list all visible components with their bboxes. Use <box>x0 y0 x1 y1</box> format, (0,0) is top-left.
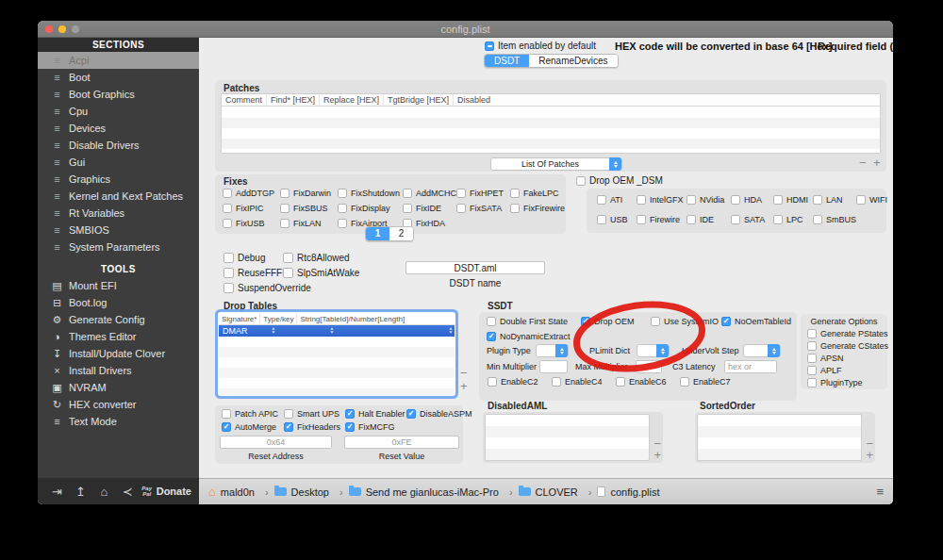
reset-value-field[interactable]: 0xFE <box>344 436 459 449</box>
sidebar-section-item[interactable]: ≡ Acpi <box>38 52 199 69</box>
device-checkbox[interactable]: SATA <box>731 215 773 224</box>
device-checkbox[interactable]: Firewire <box>637 215 687 224</box>
breadcrumb-item[interactable]: Desktop <box>274 486 349 498</box>
dsdt-flag-checkbox[interactable]: ReuseFFFF <box>223 268 283 278</box>
fix-checkbox[interactable]: FixShutdown <box>338 189 403 198</box>
menu-icon[interactable]: ≡ <box>876 486 884 498</box>
ssdt-checkbox[interactable]: Drop OEM <box>581 317 651 326</box>
fix-checkbox[interactable]: FixDarwin <box>280 189 338 198</box>
fix-checkbox[interactable]: FixUSB <box>223 219 280 228</box>
dsdt-flag-checkbox[interactable]: Debug <box>223 253 283 263</box>
list-of-patches-dropdown[interactable]: List Of Patches <box>490 157 622 171</box>
cell-stepper-icon[interactable] <box>272 327 275 334</box>
drop-tables-table[interactable]: Signature* Type/key String[TableId]/Numb… <box>219 313 455 395</box>
sidebar-section-item[interactable]: ≡ SMBIOS <box>38 222 199 239</box>
tab[interactable]: DSDT <box>485 55 529 67</box>
generate-option-checkbox[interactable]: APLF <box>807 366 888 375</box>
fix-checkbox[interactable]: FixSBUS <box>280 204 338 213</box>
drop-tables-remove-button[interactable]: − <box>460 368 468 379</box>
sidebar-section-item[interactable]: ≡ Graphics <box>38 171 199 188</box>
sidebar-section-item[interactable]: ≡ Cpu <box>38 103 199 120</box>
sidebar-tool-item[interactable]: ◑ Themes Editor <box>38 328 199 345</box>
device-checkbox[interactable]: SmBUS <box>813 215 856 224</box>
sidebar-tool-item[interactable]: ⚙ Generate Config <box>38 311 199 328</box>
sidebar-section-item[interactable]: ≡ Rt Variables <box>38 205 199 222</box>
disabled-aml-list[interactable]: − + <box>483 412 663 463</box>
zoom-window-button[interactable] <box>72 25 79 33</box>
device-checkbox[interactable]: NVidia <box>687 195 731 205</box>
breadcrumb-item[interactable]: ⌂ mald0n <box>208 486 274 498</box>
sidebar-tool-item[interactable]: ▤ Mount EFI <box>38 277 199 294</box>
apic-checkbox[interactable]: DisableASPM <box>406 409 472 419</box>
device-checkbox[interactable]: ATI <box>597 195 637 205</box>
reset-address-field[interactable]: 0x64 <box>220 436 332 449</box>
breadcrumb-item[interactable]: config.plist <box>597 486 659 498</box>
dsdt-flag-checkbox[interactable]: SlpSmiAtWake <box>283 268 384 278</box>
fix-checkbox[interactable]: FixFirewire <box>510 204 565 213</box>
sidebar-section-item[interactable]: ≡ Disable Drivers <box>38 137 199 154</box>
generate-option-checkbox[interactable]: Generate PStates <box>807 329 888 338</box>
sidebar-section-item[interactable]: ≡ Boot <box>38 69 199 86</box>
list-rows[interactable] <box>697 414 862 461</box>
drop-tables-body[interactable] <box>219 337 455 395</box>
apic-checkbox[interactable]: Halt Enabler <box>345 409 406 419</box>
apic-checkbox[interactable]: FixHeaders <box>284 422 345 432</box>
close-window-button[interactable] <box>45 25 53 33</box>
sidebar-tool-item[interactable]: ≡ Text Mode <box>38 413 199 430</box>
min-multiplier-field[interactable] <box>539 360 568 373</box>
fix-checkbox[interactable]: FakeLPC <box>510 189 565 198</box>
selected-table-row[interactable]: DMAR <box>219 325 455 337</box>
sidebar-tool-item[interactable]: ▣ NVRAM <box>38 379 199 396</box>
sorted-order-list[interactable]: − + <box>695 412 875 463</box>
page-button[interactable]: 1 <box>366 227 389 240</box>
fix-checkbox[interactable]: FixLAN <box>280 219 338 228</box>
fix-checkbox[interactable]: FixIPIC <box>223 204 280 213</box>
fix-checkbox[interactable]: FixHPET <box>456 189 510 198</box>
minimize-window-button[interactable] <box>58 25 66 33</box>
sidebar-section-item[interactable]: ≡ Devices <box>38 120 199 137</box>
sorted-order-add-button[interactable]: + <box>866 450 873 461</box>
export-icon[interactable]: ↥ <box>69 485 92 499</box>
device-checkbox[interactable]: LPC <box>773 215 813 224</box>
generate-option-checkbox[interactable]: PluginType <box>807 378 888 387</box>
sidebar-section-item[interactable]: ≡ Boot Graphics <box>38 86 199 103</box>
apic-checkbox[interactable]: AutoMerge <box>222 422 284 432</box>
generate-option-checkbox[interactable]: APSN <box>807 354 888 363</box>
apic-checkbox[interactable]: FixMCFG <box>345 422 395 432</box>
fix-checkbox[interactable]: AddDTGP <box>223 189 280 198</box>
sidebar-section-item[interactable]: ≡ Kernel and Kext Patches <box>38 188 199 205</box>
sidebar-tool-item[interactable]: × Install Drivers <box>38 362 199 379</box>
apic-checkbox[interactable]: Patch APIC <box>222 409 284 419</box>
cell-stepper-icon[interactable] <box>449 327 453 334</box>
generate-option-checkbox[interactable]: Generate CStates <box>807 341 888 351</box>
cstate-checkbox[interactable]: EnableC6 <box>616 377 680 387</box>
c3-latency-field[interactable]: hex or number <box>724 360 777 373</box>
cstate-checkbox[interactable]: EnableC7 <box>680 377 731 387</box>
fix-checkbox[interactable]: FixSATA <box>456 204 510 213</box>
tab[interactable]: RenameDevices <box>529 55 617 67</box>
plugin-type-dropdown[interactable] <box>536 344 569 357</box>
patches-table[interactable]: Comment Find* [HEX] Replace [HEX] TgtBri… <box>221 93 881 154</box>
sidebar-tool-item[interactable]: ⊟ Boot.log <box>38 294 199 311</box>
breadcrumb-item[interactable]: Send me gianlucas-iMac-Pro <box>349 486 519 498</box>
dsdt-flag-checkbox[interactable]: Rtc8Allowed <box>283 253 384 263</box>
plimit-dict-dropdown[interactable] <box>637 344 670 357</box>
device-checkbox[interactable]: WIFI <box>856 195 887 205</box>
ssdt-checkbox[interactable]: Use SystemIO <box>651 317 721 326</box>
disabled-aml-add-button[interactable]: + <box>653 450 661 461</box>
cell-stepper-icon[interactable] <box>330 327 334 334</box>
fix-checkbox[interactable]: AddMCHC <box>403 189 456 198</box>
breadcrumb-item[interactable]: CLOVER <box>519 486 598 498</box>
home-icon[interactable]: ⌂ <box>92 485 116 499</box>
patches-remove-button[interactable]: − <box>859 157 867 169</box>
fix-checkbox[interactable]: FixIDE <box>403 204 456 213</box>
cstate-checkbox[interactable]: EnableC4 <box>552 377 616 387</box>
fix-checkbox[interactable]: FixDisplay <box>338 204 403 213</box>
device-checkbox[interactable]: USB <box>597 215 637 224</box>
device-checkbox[interactable]: IntelGFX <box>637 195 687 205</box>
drop-tables-add-button[interactable]: + <box>460 381 468 392</box>
list-rows[interactable] <box>485 414 650 461</box>
max-multiplier-field[interactable] <box>636 360 662 373</box>
donate-button[interactable]: Donate <box>157 486 191 497</box>
import-icon[interactable]: ⇥ <box>45 485 69 499</box>
